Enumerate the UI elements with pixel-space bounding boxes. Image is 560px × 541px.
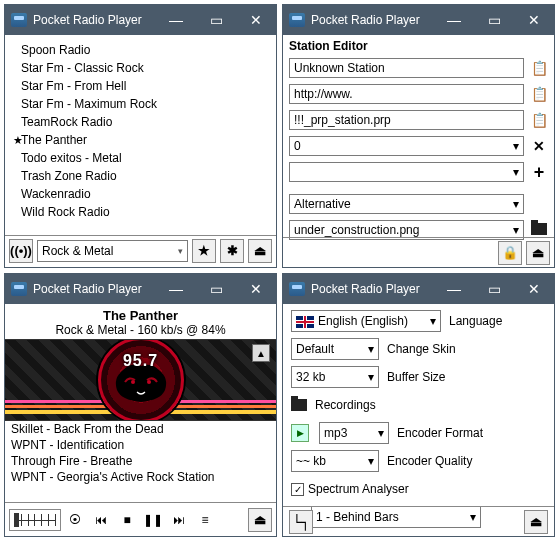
delete-icon[interactable]: ✕ [530, 138, 548, 154]
spectrum-checkbox[interactable]: ✓ Spectrum Analyser [291, 482, 409, 496]
genre-value: Rock & Metal [42, 244, 113, 258]
settings-button[interactable]: ✱ [220, 239, 244, 263]
svg-point-1 [147, 380, 151, 384]
language-label: Language [449, 314, 502, 328]
minimize-button[interactable]: — [434, 274, 474, 304]
volume-slider[interactable] [9, 509, 61, 531]
station-row[interactable]: Star Fm - Classic Rock [7, 59, 274, 77]
language-select[interactable]: English (English) ▾ [291, 310, 441, 332]
lock-button[interactable]: 🔒 [498, 241, 522, 265]
editor-heading: Station Editor [289, 39, 548, 53]
minimize-button[interactable]: — [434, 5, 474, 35]
close-button[interactable]: ✕ [236, 5, 276, 35]
buffer-select[interactable]: 32 kb▾ [291, 366, 379, 388]
station-editor-form: Station Editor 📋 📋 📋 0▾ ✕ ▾ [283, 35, 554, 249]
chevron-down-icon: ▾ [513, 197, 519, 211]
app-icon [11, 282, 27, 296]
station-row[interactable]: Star Fm - Maximum Rock [7, 95, 274, 113]
prev-button[interactable]: ⏮ [89, 508, 113, 532]
station-row[interactable]: Wackenradio [7, 185, 274, 203]
broadcast-icon[interactable]: ((•)) [9, 239, 33, 263]
station-url-input[interactable] [289, 84, 524, 104]
station-row[interactable]: Spoon Radio [7, 41, 274, 59]
close-button[interactable]: ✕ [236, 274, 276, 304]
skin-select[interactable]: Default▾ [291, 338, 379, 360]
favorite-button[interactable]: ★ [192, 239, 216, 263]
encoder-format-select[interactable]: mp3▾ [319, 422, 389, 444]
settings-form: English (English) ▾ Language Default▾ Ch… [283, 304, 554, 536]
add-icon[interactable]: + [530, 162, 548, 183]
eject-button[interactable]: ⏏ [248, 508, 272, 532]
station-name-input[interactable] [289, 58, 524, 78]
now-playing: The Panther Rock & Metal - 160 kb/s @ 84… [5, 304, 276, 339]
chevron-down-icon: ▾ [178, 246, 183, 256]
bitrate-select[interactable]: 0▾ [289, 136, 524, 156]
window-player: Pocket Radio Player — ▭ ✕ The Panther Ro… [4, 273, 277, 537]
titlebar[interactable]: Pocket Radio Player — ▭ ✕ [5, 5, 276, 35]
window-station-list: Pocket Radio Player — ▭ ✕ Spoon RadioSta… [4, 4, 277, 268]
chevron-down-icon: ▾ [368, 454, 374, 468]
clipboard-icon[interactable]: 📋 [530, 60, 548, 76]
star-icon: ★ [13, 134, 23, 147]
menu-button[interactable]: ≡ [193, 508, 217, 532]
pause-button[interactable]: ❚❚ [141, 508, 165, 532]
encoder-quality-label: Encoder Quality [387, 454, 472, 468]
maximize-button[interactable]: ▭ [474, 274, 514, 304]
titlebar[interactable]: Pocket Radio Player — ▭ ✕ [283, 274, 554, 304]
maximize-button[interactable]: ▭ [474, 5, 514, 35]
chevron-down-icon: ▾ [368, 342, 374, 356]
window-settings: Pocket Radio Player — ▭ ✕ English (Engli… [282, 273, 555, 537]
history-row[interactable]: WPNT - Georgia's Active Rock Station [5, 469, 276, 485]
station-name: Wackenradio [21, 187, 91, 201]
spectrum-label: Spectrum Analyser [308, 482, 409, 496]
svg-point-0 [131, 380, 135, 384]
titlebar[interactable]: Pocket Radio Player — ▭ ✕ [283, 5, 554, 35]
recordings-label: Recordings [315, 398, 376, 412]
record-button[interactable]: ⦿ [63, 508, 87, 532]
station-row[interactable]: ★The Panther [7, 131, 274, 149]
clipboard-icon[interactable]: 📋 [530, 86, 548, 102]
app-icon [11, 13, 27, 27]
expand-artwork-button[interactable]: ▲ [252, 344, 270, 362]
station-row[interactable]: Todo exitos - Metal [7, 149, 274, 167]
settings-toolbar: └┐ ⏏ [283, 506, 554, 536]
minimize-button[interactable]: — [156, 5, 196, 35]
close-button[interactable]: ✕ [514, 5, 554, 35]
maximize-button[interactable]: ▭ [196, 274, 236, 304]
chevron-down-icon: ▾ [513, 165, 519, 179]
history-row[interactable]: Through Fire - Breathe [5, 453, 276, 469]
next-button[interactable]: ⏭ [167, 508, 191, 532]
stop-button[interactable]: ■ [115, 508, 139, 532]
encoder-format-label: Encoder Format [397, 426, 483, 440]
station-row[interactable]: TeamRock Radio [7, 113, 274, 131]
eject-button[interactable]: ⏏ [248, 239, 272, 263]
app-icon [289, 13, 305, 27]
genre-select[interactable]: Alternative▾ [289, 194, 524, 214]
titlebar[interactable]: Pocket Radio Player — ▭ ✕ [5, 274, 276, 304]
station-list[interactable]: Spoon RadioStar Fm - Classic RockStar Fm… [5, 35, 276, 235]
station-row[interactable]: Wild Rock Radio [7, 203, 274, 221]
track-history[interactable]: Skillet - Back From the DeadWPNT - Ident… [5, 421, 276, 485]
encoder-quality-select[interactable]: ~~ kb▾ [291, 450, 379, 472]
close-button[interactable]: ✕ [514, 274, 554, 304]
station-row[interactable]: Trash Zone Radio [7, 167, 274, 185]
chevron-down-icon: ▾ [368, 370, 374, 384]
connection-icon[interactable]: └┐ [289, 510, 313, 534]
station-row[interactable]: Star Fm - From Hell [7, 77, 274, 95]
station-name: Star Fm - Classic Rock [21, 61, 144, 75]
folder-icon[interactable] [530, 222, 548, 238]
now-playing-title: The Panther [5, 308, 276, 323]
folder-icon[interactable] [291, 399, 307, 411]
maximize-button[interactable]: ▭ [196, 5, 236, 35]
station-toolbar: ((•)) Rock & Metal ▾ ★ ✱ ⏏ [5, 235, 276, 265]
editor-toolbar: 🔒 ⏏ [283, 237, 554, 267]
history-row[interactable]: Skillet - Back From the Dead [5, 421, 276, 437]
eject-button[interactable]: ⏏ [526, 241, 550, 265]
history-row[interactable]: WPNT - Identification [5, 437, 276, 453]
eject-button[interactable]: ⏏ [524, 510, 548, 534]
genre-select[interactable]: Rock & Metal ▾ [37, 240, 188, 262]
clipboard-icon[interactable]: 📋 [530, 112, 548, 128]
minimize-button[interactable]: — [156, 274, 196, 304]
station-file-input[interactable] [289, 110, 524, 130]
extra-select[interactable]: ▾ [289, 162, 524, 182]
